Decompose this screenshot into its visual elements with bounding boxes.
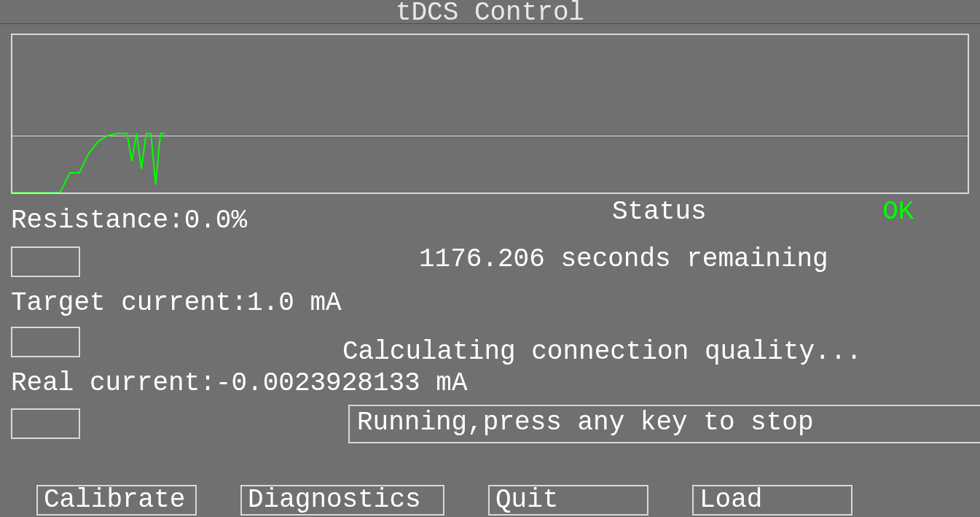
status-value: OK: [882, 197, 914, 227]
load-button[interactable]: Load: [692, 485, 852, 516]
resistance-input[interactable]: [11, 246, 80, 277]
time-remaining: 1176.206 seconds remaining: [419, 244, 828, 274]
target-current-input[interactable]: [11, 327, 80, 357]
real-current-readout: Real current:-0.0023928133 mA: [11, 368, 468, 398]
status-label: Status: [612, 197, 707, 227]
running-status-box[interactable]: Running,press any key to stop: [348, 405, 980, 443]
quit-button[interactable]: Quit: [488, 485, 648, 516]
real-current-value: -0.0023928133 mA: [216, 368, 468, 398]
real-current-label: Real current:: [11, 368, 216, 398]
resistance-value: 0.0%: [184, 206, 247, 236]
status-readout: Status OK: [612, 197, 914, 227]
resistance-readout: Resistance:0.0%: [11, 206, 247, 236]
bottom-button-row: Calibrate Diagnostics Quit Load: [0, 485, 980, 516]
resistance-label: Resistance:: [11, 206, 184, 236]
signal-chart: [11, 34, 969, 194]
seconds-suffix: seconds remaining: [545, 244, 828, 274]
connection-quality-msg: Calculating connection quality...: [342, 337, 862, 367]
seconds-value: 1176.206: [419, 244, 545, 274]
target-current-label: Target current:: [11, 288, 247, 318]
calibrate-button[interactable]: Calibrate: [36, 485, 197, 516]
real-current-input[interactable]: [11, 408, 80, 439]
page-title: tDCS Control: [0, 0, 980, 28]
diagnostics-button[interactable]: Diagnostics: [240, 485, 444, 516]
chart-waveform: [12, 35, 968, 193]
target-current-value: 1.0 mA: [247, 288, 342, 318]
target-current-readout: Target current:1.0 mA: [11, 288, 342, 318]
